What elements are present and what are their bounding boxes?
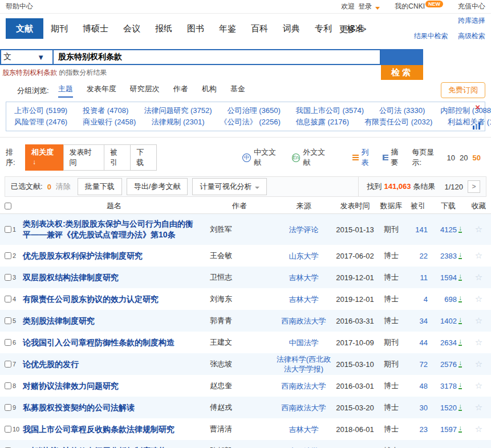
nav-tab[interactable]: 图书 — [180, 18, 212, 39]
recharge-center-link[interactable]: 充值中心 — [458, 2, 485, 11]
row-checkbox[interactable] — [5, 404, 11, 411]
row-checkbox[interactable] — [5, 382, 11, 389]
download-count-link[interactable]: 3178 — [440, 382, 457, 390]
download-icon[interactable]: ↓ — [458, 404, 462, 411]
download-count-link[interactable]: 1402 — [440, 317, 457, 325]
index-analysis-link[interactable]: 股东特别权利条款 的指数分析结果 — [2, 68, 107, 78]
nav-tab[interactable]: 年鉴 — [212, 18, 244, 39]
group-item[interactable]: 发表年度 — [87, 84, 116, 98]
help-center-link[interactable]: 帮助中心 — [6, 2, 33, 11]
cited-count-link[interactable]: 34 — [420, 317, 428, 325]
search-side-button[interactable] — [381, 49, 423, 65]
download-count-link[interactable]: 2383 — [440, 252, 457, 260]
result-title-link[interactable]: 私募股权投资契约的公司法解读 — [23, 403, 135, 412]
result-title-link[interactable]: 类别股法律制度研究 — [23, 316, 95, 325]
export-references-button[interactable]: 导出/参考文献 — [127, 178, 188, 195]
topic-link[interactable]: 内部控制 (3088) — [440, 105, 491, 116]
download-count-link[interactable]: 698 — [444, 295, 457, 304]
source-link[interactable]: 西南政法大学 — [282, 382, 326, 390]
nav-tab[interactable]: 百科 — [244, 18, 275, 39]
author-link[interactable]: 张志坡 — [210, 360, 232, 368]
nav-tab[interactable]: 专利 — [307, 18, 339, 39]
row-checkbox[interactable] — [5, 317, 11, 324]
author-link[interactable]: 傅赵戎 — [210, 403, 232, 411]
download-icon[interactable]: ↓ — [458, 252, 462, 259]
result-title-link[interactable]: 有限责任公司股东协议的效力认定研究 — [23, 294, 159, 304]
download-icon[interactable]: ↓ — [458, 339, 462, 346]
nav-tab[interactable]: 博硕士 — [75, 18, 116, 39]
row-checkbox[interactable] — [5, 361, 11, 368]
favorite-star-icon[interactable]: ☆ — [475, 316, 482, 325]
result-title-link[interactable]: 双层股权结构法律制度研究 — [23, 273, 119, 282]
author-link[interactable]: 刘海东 — [210, 294, 232, 303]
source-link[interactable]: 山东大学 — [289, 252, 319, 260]
chart-icon[interactable] — [473, 122, 481, 130]
topic-link[interactable]: 上市公司 (5199) — [14, 105, 67, 116]
cited-count-link[interactable]: 22 — [420, 252, 428, 260]
download-icon[interactable]: ↓ — [458, 382, 462, 389]
favorite-star-icon[interactable]: ☆ — [475, 251, 482, 260]
result-title-link[interactable]: 我国上市公司章程反收购条款法律规制研究 — [23, 425, 175, 434]
nav-tab[interactable]: 会议 — [116, 18, 148, 39]
next-page-button[interactable]: > — [468, 180, 480, 193]
result-title-link[interactable]: 对赌协议法律效力问题研究 — [23, 381, 119, 390]
download-icon[interactable]: ↓ — [458, 317, 462, 324]
sort-option-button[interactable]: 相关度↓ — [25, 144, 64, 171]
cited-count-link[interactable]: 4 — [424, 295, 428, 304]
author-link[interactable]: 刘胜军 — [210, 225, 232, 233]
row-checkbox[interactable] — [5, 339, 11, 346]
favorite-star-icon[interactable]: ☆ — [475, 381, 482, 390]
nav-tab[interactable]: 期刊 — [43, 18, 75, 39]
source-link[interactable]: 吉林大学 — [289, 273, 319, 282]
result-title-link[interactable]: 优先股股东权利保护法律制度研究 — [23, 251, 143, 260]
row-checkbox[interactable] — [5, 274, 11, 281]
topic-link[interactable]: 《公司法》 (2256) — [220, 116, 281, 128]
favorite-star-icon[interactable]: ☆ — [475, 224, 482, 234]
source-link[interactable]: 西南政法大学 — [282, 403, 326, 412]
search-input[interactable] — [52, 49, 381, 65]
close-icon[interactable]: × — [475, 102, 480, 112]
favorite-star-icon[interactable]: ☆ — [475, 424, 482, 434]
download-icon[interactable]: ↓ — [458, 226, 462, 233]
nav-more-link[interactable]: 更多>> — [339, 24, 367, 35]
author-link[interactable]: 卫恒志 — [210, 273, 232, 281]
cited-count-link[interactable]: 30 — [420, 403, 428, 412]
source-link[interactable]: 法律科学(西北政法大学学报) — [277, 355, 331, 373]
my-cnki-link[interactable]: 我的CNKI — [395, 2, 425, 11]
nav-tab[interactable]: 报纸 — [148, 18, 180, 39]
foreign-literature-toggle[interactable]: En 外文文献 — [292, 147, 332, 168]
topic-link[interactable]: 风险管理 (2476) — [14, 116, 67, 128]
visual-analysis-button[interactable]: 计量可视化分析 — [192, 178, 267, 195]
free-subscribe-button[interactable]: 免费订阅 — [441, 82, 485, 98]
result-title-link[interactable]: 类别表决权:类别股股东保护与公司行为自由的衡平——兼评《优先股试点管理办法》第1… — [23, 219, 193, 239]
download-count-link[interactable]: 1594 — [440, 273, 457, 282]
result-title-link[interactable]: 论我国引入公司章程防御性条款的制度构造 — [23, 338, 175, 347]
source-link[interactable]: 吉林大学 — [289, 295, 319, 304]
topic-link[interactable]: 商业银行 (2458) — [83, 116, 136, 128]
cited-count-link[interactable]: 11 — [420, 273, 428, 282]
row-checkbox[interactable] — [5, 252, 11, 259]
result-title-link[interactable]: 论优先股的发行 — [23, 360, 79, 369]
download-icon[interactable]: ↓ — [458, 274, 462, 281]
search-field-select[interactable]: 文 ▼ — [0, 49, 52, 65]
download-count-link[interactable]: 1520 — [440, 403, 457, 412]
abstract-view-button[interactable]: 摘要 — [383, 147, 405, 168]
cited-count-link[interactable]: 44 — [420, 338, 428, 347]
sort-option-button[interactable]: 发表时间 — [63, 144, 104, 171]
download-icon[interactable]: ↓ — [458, 296, 462, 302]
select-all-checkbox[interactable] — [5, 203, 11, 209]
favorite-star-icon[interactable]: ☆ — [475, 402, 482, 412]
topic-link[interactable]: 利益相关者 (1668) — [448, 116, 491, 128]
topic-link[interactable]: 有限责任公司 (2032) — [364, 116, 432, 128]
per-page-option[interactable]: 20 — [460, 154, 468, 162]
sort-option-button[interactable]: 下载 — [130, 144, 157, 171]
author-link[interactable]: 郭青青 — [210, 316, 232, 325]
group-item[interactable]: 机构 — [202, 84, 217, 98]
download-icon[interactable]: ↓ — [458, 426, 462, 433]
nav-tab[interactable]: 文献 — [6, 18, 43, 39]
author-link[interactable]: 曹清清 — [210, 425, 232, 433]
download-icon[interactable]: ↓ — [458, 361, 462, 368]
chinese-literature-toggle[interactable]: 中 中文文献 — [242, 147, 282, 168]
source-link[interactable]: 西南政法大学 — [282, 317, 326, 325]
advanced-search-link[interactable]: 高级检索 — [458, 32, 485, 40]
